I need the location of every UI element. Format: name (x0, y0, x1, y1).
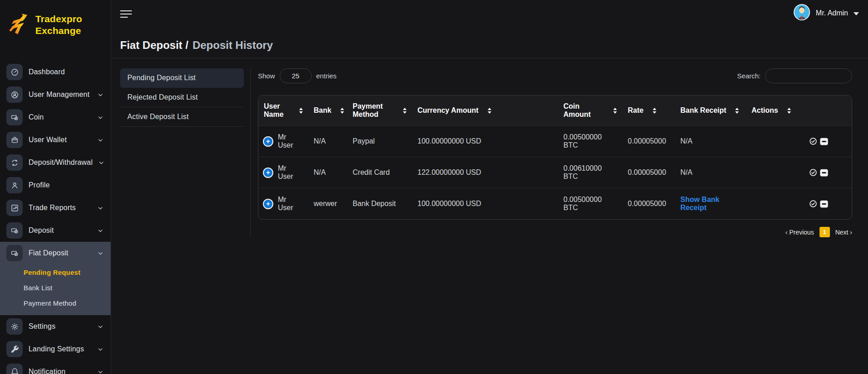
chevron-down-icon (97, 228, 103, 234)
approve-icon[interactable] (809, 137, 817, 145)
reject-icon[interactable] (820, 200, 828, 208)
sidebar-item-label: Dashboard (29, 68, 65, 76)
sidebar-item-label: Profile (29, 181, 50, 189)
sidebar-item-dashboard[interactable]: Dashboard (0, 61, 111, 83)
sidebar-subitem-bank-list[interactable]: Bank List (0, 280, 111, 295)
sort-icon (735, 108, 739, 114)
chevron-down-icon (97, 92, 103, 98)
column-header-bank[interactable]: Bank (308, 96, 347, 126)
sort-icon (340, 108, 344, 114)
bank-receipt-value: N/A (680, 137, 693, 145)
rate-value: 0.00005000 (622, 157, 675, 188)
expand-row-icon[interactable] (264, 200, 272, 208)
sidebar-item-label: Landing Settings (29, 345, 84, 353)
topbar: Mr. Admin (111, 0, 868, 26)
next-page-button[interactable]: Next › (835, 229, 852, 236)
sidebar-item-settings[interactable]: Settings (0, 315, 111, 338)
reject-icon[interactable] (820, 138, 828, 145)
sidebar-item-fiat-deposit[interactable]: Fiat Deposit (0, 242, 111, 264)
sidebar-nav: DashboardUser ManagementCoinUser WalletD… (0, 61, 111, 374)
sidebar-subitem-pending-request[interactable]: Pending Request (0, 264, 111, 280)
column-label: Payment Method (353, 102, 394, 119)
column-label: Bank Receipt (680, 106, 726, 115)
sidebar-item-label: Fiat Deposit (29, 249, 68, 257)
chevron-down-icon (97, 324, 103, 330)
reject-icon[interactable] (820, 169, 828, 177)
sort-icon (613, 108, 617, 114)
expand-row-icon[interactable] (264, 137, 272, 146)
column-header-actions[interactable]: Actions (746, 96, 852, 126)
chevron-down-icon (97, 369, 103, 374)
column-label: Coin Amount (563, 102, 604, 119)
avatar (793, 4, 810, 23)
sidebar-item-label: Settings (29, 322, 55, 331)
column-header-coin-amount[interactable]: Coin Amount (558, 96, 622, 126)
sidebar-item-label: Deposit/Withdrawal (29, 158, 92, 167)
column-header-user-name[interactable]: User Name (258, 96, 308, 126)
table-row: Mr UserN/ACredit Card122.00000000 USD0.0… (258, 157, 852, 188)
previous-page-button[interactable]: ‹ Previous (786, 229, 814, 236)
admin-menu[interactable]: Mr. Admin (793, 4, 859, 23)
tab-rejected-deposit-list[interactable]: Rejected Deposit List (120, 88, 244, 107)
column-header-payment-method[interactable]: Payment Method (347, 96, 412, 126)
show-bank-receipt-link[interactable]: Show Bank Receipt (680, 196, 719, 211)
entries-select[interactable]: 25 (280, 68, 312, 83)
sort-icon (787, 108, 791, 114)
deposit-table: User NameBankPayment MethodCurrency Amou… (258, 95, 852, 220)
search-input[interactable] (765, 68, 852, 83)
tab-pending-deposit-list[interactable]: Pending Deposit List (120, 68, 244, 88)
entries-control: Show 25 entries (258, 68, 337, 83)
current-page-button[interactable]: 1 (820, 227, 830, 237)
chevron-down-icon (97, 137, 103, 143)
sidebar-item-profile[interactable]: Profile (0, 174, 111, 197)
currency-amount-value: 100.00000000 USD (412, 126, 558, 157)
sidebar-item-deposit-withdrawal[interactable]: Deposit/Withdrawal (0, 151, 111, 174)
sidebar-item-deposit[interactable]: Deposit (0, 219, 111, 242)
approve-icon[interactable] (809, 168, 817, 177)
sidebar-subitem-payment-method[interactable]: Payment Method (0, 295, 111, 311)
sidebar-item-coin[interactable]: Coin (0, 106, 111, 129)
column-header-bank-receipt[interactable]: Bank Receipt (675, 96, 746, 126)
trade-reports-icon (6, 200, 23, 216)
sidebar-item-user-wallet[interactable]: User Wallet (0, 129, 111, 151)
coin-amount-value: 0.00500000 BTC (558, 188, 622, 220)
sort-icon (299, 108, 303, 114)
sort-icon (403, 108, 407, 114)
expand-row-icon[interactable] (264, 168, 272, 177)
chevron-down-icon (97, 205, 103, 211)
dashboard-icon (6, 64, 23, 80)
bank-value: N/A (308, 157, 347, 188)
tab-active-deposit-list[interactable]: Active Deposit List (120, 107, 244, 127)
hamburger-menu-icon[interactable] (120, 9, 132, 18)
currency-amount-value: 100.00000000 USD (412, 188, 558, 220)
column-label: Rate (628, 106, 644, 115)
payment-method-value: Credit Card (347, 157, 412, 188)
show-label: Show (258, 72, 275, 80)
approve-icon[interactable] (809, 200, 817, 208)
coin-icon (6, 109, 23, 125)
sort-icon (653, 108, 656, 114)
sidebar-item-user-management[interactable]: User Management (0, 83, 111, 106)
brand-logo[interactable]: Tradexpro Exchange (0, 0, 111, 50)
column-header-rate[interactable]: Rate (622, 96, 675, 126)
payment-method-value: Bank Deposit (347, 188, 412, 220)
coin-amount-value: 0.00610000 BTC (558, 157, 622, 188)
landing-settings-icon (6, 341, 23, 357)
sidebar-item-trade-reports[interactable]: Trade Reports (0, 197, 111, 219)
table-controls: Show 25 entries Search: (258, 68, 852, 83)
user-wallet-icon (6, 132, 23, 148)
sidebar-item-label: Notification (29, 368, 66, 374)
bank-value: werwer (308, 188, 347, 220)
payment-method-value: Paypal (347, 126, 412, 157)
column-header-currency-amount[interactable]: Currency Amount (412, 96, 558, 126)
table-row: Mr UserN/APaypal100.00000000 USD0.005000… (258, 126, 852, 157)
sort-icon (488, 108, 491, 114)
rate-value: 0.00005000 (622, 188, 675, 220)
deposit-tab-list: Pending Deposit ListRejected Deposit Lis… (120, 68, 244, 127)
sidebar-item-landing-settings[interactable]: Landing Settings (0, 338, 111, 360)
search-label: Search: (737, 72, 761, 80)
chevron-down-icon (97, 250, 103, 256)
app-root: Tradexpro Exchange DashboardUser Managem… (0, 0, 868, 374)
sidebar-item-notification[interactable]: Notification (0, 360, 111, 374)
coin-amount-value: 0.00500000 BTC (558, 126, 622, 157)
